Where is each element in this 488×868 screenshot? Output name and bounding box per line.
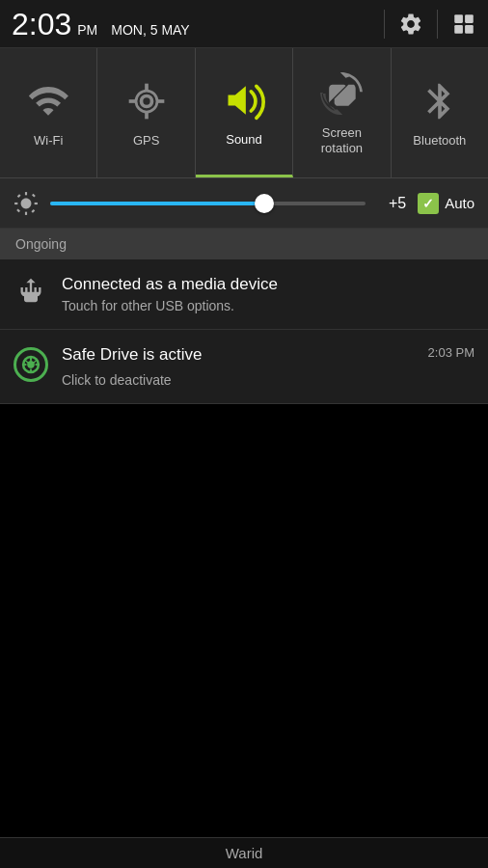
check-mark: ✓ [422, 196, 434, 211]
screen-rotation-label: Screenrotation [321, 125, 363, 155]
safedrive-notif-title: Safe Drive is active [62, 345, 203, 365]
gps-label: GPS [133, 133, 159, 149]
ongoing-label: Ongoing [15, 236, 67, 252]
usb-notif-subtitle: Touch for other USB options. [62, 298, 474, 313]
svg-rect-2 [454, 25, 463, 34]
svg-rect-14 [35, 202, 38, 203]
usb-icon [14, 277, 48, 312]
status-divider-2 [437, 10, 438, 39]
screen-rotation-icon [317, 69, 366, 118]
svg-marker-10 [229, 86, 246, 114]
safedrive-header-row: Safe Drive is active 2:03 PM [62, 345, 474, 368]
svg-rect-18 [16, 208, 20, 212]
bluetooth-label: Bluetooth [413, 133, 466, 149]
toggle-sound[interactable]: Sound [196, 48, 293, 177]
sound-label: Sound [226, 132, 262, 148]
svg-rect-3 [465, 25, 474, 34]
ongoing-header: Ongoing [0, 229, 488, 259]
usb-notif-title: Connected as a media device [62, 275, 474, 294]
auto-checkbox[interactable]: ✓ Auto [418, 193, 474, 214]
carrier-bar: Warid [0, 837, 488, 868]
sound-icon [220, 76, 268, 124]
time-display: 2:03 [12, 9, 71, 40]
status-bar: 2:03 PM MON, 5 MAY [0, 0, 488, 48]
bluetooth-icon [416, 77, 464, 125]
time-block: 2:03 PM MON, 5 MAY [12, 9, 190, 40]
toggle-wifi[interactable]: Wi-Fi [0, 48, 97, 177]
svg-rect-1 [465, 14, 474, 23]
carrier-name: Warid [226, 845, 263, 861]
wifi-label: Wi-Fi [34, 133, 63, 149]
wifi-icon [24, 77, 72, 125]
svg-line-28 [25, 360, 28, 363]
svg-rect-12 [25, 211, 27, 214]
toggle-bluetooth[interactable]: Bluetooth [392, 48, 488, 177]
safedrive-notif-time: 2:03 PM [428, 345, 474, 360]
svg-rect-17 [32, 193, 36, 197]
notification-safedrive[interactable]: Safe Drive is active 2:03 PM Click to de… [0, 330, 488, 404]
auto-checkbox-box[interactable]: ✓ [418, 193, 439, 214]
quick-toggles: Wi-Fi GPS Sound [0, 48, 488, 178]
slider-fill [50, 202, 264, 205]
gps-icon [122, 77, 171, 125]
status-icons [384, 10, 476, 39]
settings-icon[interactable] [398, 12, 423, 37]
slider-thumb[interactable] [255, 194, 274, 213]
svg-rect-0 [454, 14, 463, 23]
brightness-row: +5 ✓ Auto [0, 178, 488, 229]
safedrive-notif-content: Safe Drive is active 2:03 PM Click to de… [62, 345, 474, 388]
toggle-gps[interactable]: GPS [97, 48, 195, 177]
safedrive-circle [14, 347, 48, 382]
ampm-display: PM [77, 22, 97, 38]
brightness-icon [14, 191, 39, 216]
brightness-slider[interactable] [50, 202, 366, 205]
date-display: MON, 5 MAY [111, 22, 189, 38]
svg-point-4 [141, 96, 151, 107]
svg-point-9 [136, 91, 157, 112]
auto-label: Auto [445, 195, 474, 211]
svg-rect-16 [31, 208, 35, 212]
svg-rect-15 [17, 194, 21, 198]
svg-line-29 [33, 360, 36, 363]
svg-rect-11 [25, 192, 27, 195]
notifications-list: Connected as a media device Touch for ot… [0, 259, 488, 404]
svg-rect-13 [14, 202, 17, 203]
safedrive-icon [14, 347, 48, 382]
brightness-value: +5 [377, 195, 406, 212]
grid-icon[interactable] [451, 12, 476, 37]
usb-notif-content: Connected as a media device Touch for ot… [62, 275, 474, 313]
safedrive-notif-subtitle: Click to deactivate [62, 372, 474, 388]
toggle-screen-rotation[interactable]: Screenrotation [293, 48, 391, 177]
notification-usb[interactable]: Connected as a media device Touch for ot… [0, 259, 488, 330]
status-divider [384, 10, 385, 39]
